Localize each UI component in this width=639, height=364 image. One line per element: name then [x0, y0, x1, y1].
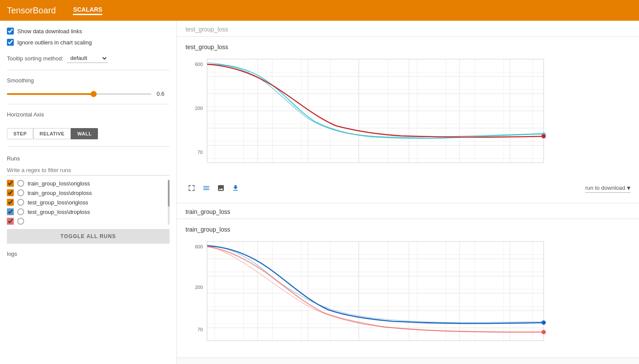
- svg-text:200: 200: [195, 285, 203, 290]
- runs-section: Runs train_group_loss\origloss train_gro…: [7, 155, 170, 244]
- divider-2: [7, 104, 170, 104]
- run-item-3: test_group_loss\droploss: [7, 208, 170, 215]
- svg-text:600: 600: [195, 62, 203, 67]
- svg-text:200: 200: [195, 106, 203, 111]
- divider-3: [7, 146, 170, 147]
- run-item-4: [7, 218, 170, 225]
- run-color-4: [17, 218, 24, 225]
- run-color-2: [17, 199, 24, 206]
- app-header: TensorBoard SCALARS: [0, 0, 639, 21]
- run-color-1: [17, 189, 24, 196]
- run-checkbox-2[interactable]: [7, 199, 14, 206]
- expand-icon-btn[interactable]: [186, 182, 198, 194]
- chart1-section: test_group_loss 600 200 70: [177, 37, 639, 203]
- smoothing-value: 0.6: [157, 91, 170, 97]
- smoothing-track[interactable]: [7, 93, 151, 95]
- chart1-container: 600 200 70: [186, 55, 630, 177]
- main-layout: Show data download links Ignore outliers…: [0, 21, 639, 364]
- smoothing-slider-row: 0.6: [7, 91, 170, 97]
- runs-title: Runs: [7, 155, 170, 162]
- toggle-all-runs-button[interactable]: TOGGLE ALL RUNS: [7, 229, 170, 244]
- ignore-outliers-row: Ignore outliers in chart scaling: [7, 39, 170, 46]
- run-label-3: test_group_loss\droploss: [28, 209, 90, 215]
- run-item-1: train_group_loss\droploss: [7, 189, 170, 196]
- svg-point-34: [541, 320, 546, 325]
- svg-point-35: [541, 330, 546, 334]
- tooltip-label: Tooltip sorting method:: [7, 55, 63, 62]
- tooltip-row: Tooltip sorting method: default ascendin…: [7, 53, 170, 63]
- ignore-outliers-checkbox[interactable]: [7, 39, 14, 46]
- ignore-outliers-label: Ignore outliers in chart scaling: [17, 39, 92, 46]
- smoothing-fill: [7, 93, 94, 95]
- download-icon: [232, 184, 239, 192]
- divider-1: [7, 70, 170, 70]
- run-checkbox-4[interactable]: [7, 218, 14, 225]
- chart2-section: train_group_loss 600 200 70: [177, 219, 639, 358]
- svg-text:600: 600: [195, 244, 203, 249]
- show-download-label: Show data download links: [17, 28, 82, 35]
- run-color-0: [17, 180, 24, 187]
- show-download-row: Show data download links: [7, 28, 170, 35]
- chart1-title: test_group_loss: [186, 44, 630, 50]
- logs-label: logs: [7, 251, 170, 257]
- chart1-svg: 600 200 70: [186, 55, 561, 176]
- image-icon: [217, 184, 225, 192]
- run-checkbox-1[interactable]: [7, 189, 14, 196]
- section1-header-bar: test_group_loss: [177, 21, 639, 37]
- run-to-download-label: run to download: [585, 185, 625, 191]
- run-to-download[interactable]: run to download ▾: [585, 184, 630, 193]
- svg-point-17: [541, 134, 546, 138]
- svg-text:70: 70: [198, 150, 203, 155]
- run-label-2: test_group_loss\origloss: [28, 199, 88, 206]
- tooltip-select[interactable]: default ascending descending: [67, 53, 108, 63]
- axis-relative-button[interactable]: RELATIVE: [33, 128, 71, 139]
- show-download-checkbox[interactable]: [7, 28, 14, 35]
- smoothing-thumb[interactable]: [91, 91, 97, 97]
- chart2-title: train_group_loss: [186, 226, 630, 233]
- run-list-scrollbar-thumb: [168, 180, 170, 207]
- expand-icon: [188, 184, 195, 192]
- run-checkbox-3[interactable]: [7, 208, 14, 215]
- chart2-svg: 600 200 70: [186, 237, 561, 349]
- axis-buttons: STEP RELATIVE WALL: [7, 128, 170, 139]
- runs-filter-input[interactable]: [7, 165, 170, 176]
- run-color-3: [17, 208, 24, 215]
- smoothing-label: Smoothing: [7, 77, 170, 84]
- run-list-wrapper: train_group_loss\origloss train_group_lo…: [7, 180, 170, 225]
- run-checkbox-0[interactable]: [7, 180, 14, 187]
- run-label-0: train_group_loss\origloss: [28, 180, 90, 187]
- lines-icon-btn[interactable]: [200, 182, 212, 194]
- image-icon-btn[interactable]: [215, 182, 227, 194]
- axis-wall-button[interactable]: WALL: [71, 128, 98, 139]
- run-list-scrollbar: [168, 180, 170, 225]
- nav-scalars[interactable]: SCALARS: [73, 6, 102, 15]
- chart2-container: 600 200 70: [186, 237, 630, 351]
- chart1-toolbar: run to download ▾: [186, 180, 630, 196]
- run-label-1: train_group_loss\droploss: [28, 190, 92, 196]
- content-area: test_group_loss test_group_loss 600 200 …: [177, 21, 639, 364]
- axis-step-button[interactable]: STEP: [7, 128, 33, 139]
- run-item-0: train_group_loss\origloss: [7, 180, 170, 187]
- chevron-down-icon: ▾: [627, 184, 630, 192]
- sidebar: Show data download links Ignore outliers…: [0, 21, 177, 364]
- app-title: TensorBoard: [7, 6, 56, 16]
- section2-header-bar: train_group_loss: [177, 203, 639, 219]
- axis-label: Horizontal Axis: [7, 111, 170, 118]
- run-list: train_group_loss\origloss train_group_lo…: [7, 180, 170, 225]
- run-item-2: test_group_loss\origloss: [7, 199, 170, 206]
- svg-text:70: 70: [198, 327, 203, 332]
- lines-icon: [202, 184, 210, 192]
- download-icon-btn[interactable]: [230, 182, 242, 194]
